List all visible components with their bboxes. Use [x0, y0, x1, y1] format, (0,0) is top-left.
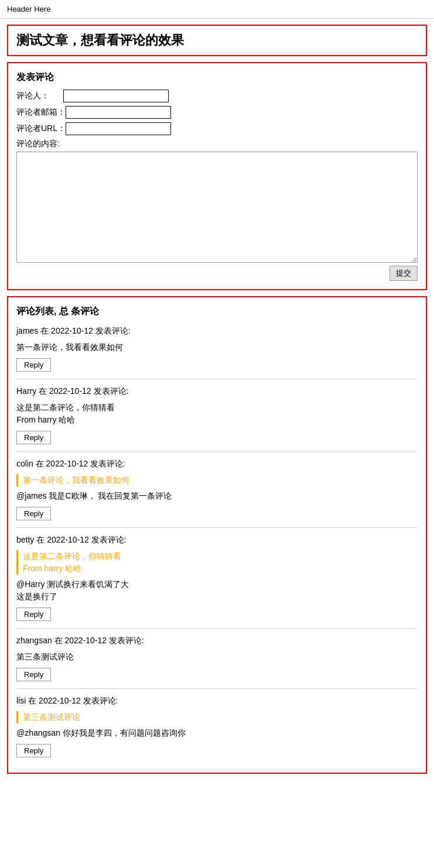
email-label: 评论者邮箱：	[16, 107, 66, 118]
comments-container: james 在 2022-10-12 发表评论:第一条评论，我看看效果如何Rep…	[16, 326, 418, 764]
quoted-block: 第三条测试评论	[16, 711, 418, 723]
reply-button[interactable]: Reply	[16, 744, 51, 757]
article-title-box: 测试文章，想看看评论的效果	[7, 25, 427, 56]
author-input[interactable]	[63, 90, 169, 102]
comment-body: 这是第二条评论，你猜猜看From harry 哈哈	[16, 402, 418, 426]
comment-meta: zhangsan 在 2022-10-12 发表评论:	[16, 636, 418, 646]
content-label: 评论的内容:	[16, 139, 418, 149]
reply-button[interactable]: Reply	[16, 431, 51, 444]
comment-meta: colin 在 2022-10-12 发表评论:	[16, 459, 418, 469]
submit-button[interactable]: 提交	[389, 266, 418, 281]
comment-item: lisi 在 2022-10-12 发表评论:第三条测试评论@zhangsan …	[16, 688, 418, 764]
header: Header Here	[0, 0, 434, 19]
comment-list-title: 评论列表, 总 条评论	[16, 306, 418, 318]
reply-button[interactable]: Reply	[16, 608, 51, 621]
article-title: 测试文章，想看看评论的效果	[16, 33, 184, 47]
url-row: 评论者URL：	[16, 122, 418, 135]
form-section-title: 发表评论	[16, 71, 418, 84]
email-row: 评论者邮箱：	[16, 106, 418, 119]
comment-body: @Harry 测试换行来看饥渴了大这是换行了	[16, 578, 418, 603]
url-input[interactable]	[66, 122, 171, 135]
textarea-footer: 提交	[16, 266, 418, 281]
comment-body: @zhangsan 你好我是李四，有问题问题咨询你	[16, 727, 418, 739]
comment-item: Harry 在 2022-10-12 发表评论:这是第二条评论，你猜猜看From…	[16, 379, 418, 451]
comment-meta: Harry 在 2022-10-12 发表评论:	[16, 386, 418, 397]
comment-meta: lisi 在 2022-10-12 发表评论:	[16, 696, 418, 706]
comment-body: 第一条评论，我看看效果如何	[16, 341, 418, 354]
comment-body: 第三条测试评论	[16, 651, 418, 663]
reply-button[interactable]: Reply	[16, 358, 51, 372]
comment-meta: james 在 2022-10-12 发表评论:	[16, 326, 418, 337]
reply-button[interactable]: Reply	[16, 668, 51, 681]
content-textarea[interactable]	[16, 152, 418, 263]
comment-item: james 在 2022-10-12 发表评论:第一条评论，我看看效果如何Rep…	[16, 326, 418, 379]
comment-list-box: 评论列表, 总 条评论 james 在 2022-10-12 发表评论:第一条评…	[7, 296, 427, 774]
author-label: 评论人：	[16, 91, 63, 101]
email-input[interactable]	[66, 106, 171, 119]
quoted-block: 第一条评论，我看看效果如何	[16, 474, 418, 486]
author-row: 评论人：	[16, 90, 418, 102]
comment-item: betty 在 2022-10-12 发表评论:这是第二条评论，你猜猜看From…	[16, 527, 418, 628]
comment-meta: betty 在 2022-10-12 发表评论:	[16, 535, 418, 545]
comment-item: zhangsan 在 2022-10-12 发表评论:第三条测试评论Reply	[16, 628, 418, 688]
comment-form-box: 发表评论 评论人： 评论者邮箱： 评论者URL： 评论的内容: 提交	[7, 62, 427, 290]
header-title: Header Here	[7, 5, 50, 13]
url-label: 评论者URL：	[16, 123, 66, 134]
quoted-block: 这是第二条评论，你猜猜看From harry 哈哈	[16, 550, 418, 575]
reply-button[interactable]: Reply	[16, 507, 51, 520]
comment-item: colin 在 2022-10-12 发表评论:第一条评论，我看看效果如何@ja…	[16, 451, 418, 527]
page-content: 测试文章，想看看评论的效果 发表评论 评论人： 评论者邮箱： 评论者URL： 评…	[0, 19, 434, 780]
comment-body: @james 我是C欧琳， 我在回复第一条评论	[16, 490, 418, 502]
